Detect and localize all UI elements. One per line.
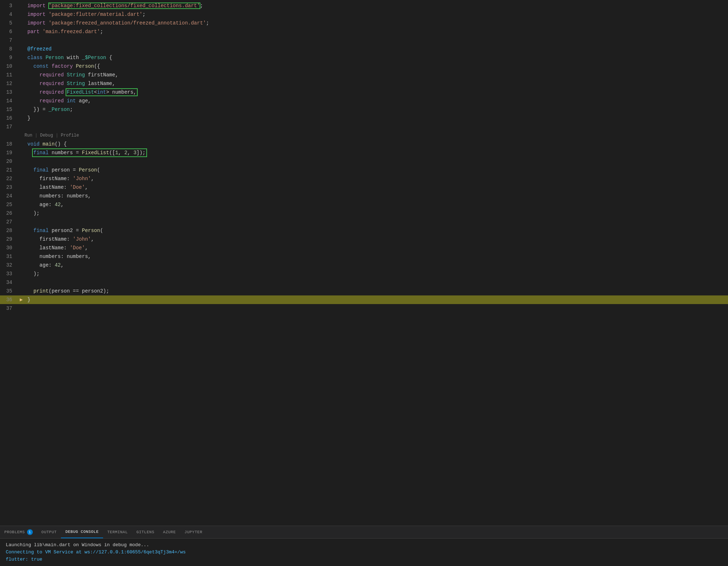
tab-gitlens[interactable]: GITLENS (132, 526, 159, 538)
panel-tabs: PROBLEMS 1 OUTPUT DEBUG CONSOLE TERMINAL… (0, 526, 728, 539)
line-content-4: import 'package:flutter/material.dart'; (25, 10, 728, 19)
tab-debug-console[interactable]: DEBUG CONSOLE (61, 526, 103, 538)
line-content-3: import 'package:fixed_collections/fixed_… (25, 1, 728, 10)
tab-output-label: OUTPUT (41, 530, 57, 534)
line-num-7: 7 (0, 36, 18, 45)
line-content-28: final person2 = Person( (25, 226, 728, 235)
code-line-32: 32 age: 42, (0, 261, 728, 269)
line-content-12: required String lastName, (25, 79, 728, 88)
tab-azure-label: AZURE (163, 530, 176, 534)
tab-jupyter-label: JUPYTER (185, 530, 203, 534)
line-content-6: part 'main.freezed.dart'; (25, 27, 728, 36)
line-num-25: 25 (0, 200, 18, 209)
line-num-14: 14 (0, 97, 18, 105)
debug-link[interactable]: Debug (40, 133, 53, 138)
line-num-30: 30 (0, 244, 18, 252)
code-area: 3 import 'package:fixed_collections/fixe… (0, 0, 728, 526)
line-num-29: 29 (0, 235, 18, 244)
line-content-13: required FixedList<int> numbers, (25, 88, 728, 97)
code-line-30: 30 lastName: 'Doe', (0, 244, 728, 252)
line-content-25: age: 42, (25, 200, 728, 209)
line-content-10: const factory Person({ (25, 62, 728, 71)
line-num-17: 17 (0, 122, 18, 131)
line-num-24: 24 (0, 192, 18, 200)
run-debug-bar[interactable]: Run | Debug | Profile (0, 131, 728, 140)
code-line-9: 9 class Person with _$Person { (0, 53, 728, 62)
output-line-3: flutter: true (6, 556, 722, 563)
line-content-32: age: 42, (25, 261, 728, 269)
tab-output[interactable]: OUTPUT (37, 526, 61, 538)
code-line-13: 13 required FixedList<int> numbers, (0, 88, 728, 97)
code-line-10: 10 const factory Person({ (0, 62, 728, 71)
tab-terminal[interactable]: TERMINAL (103, 526, 132, 538)
line-content-8: @freezed (25, 45, 728, 53)
line-num-34: 34 (0, 278, 18, 287)
tab-gitlens-label: GITLENS (137, 530, 155, 534)
tab-problems[interactable]: PROBLEMS 1 (0, 526, 37, 538)
code-line-34: 34 (0, 278, 728, 287)
line-num-21: 21 (0, 166, 18, 174)
code-line-14: 14 required int age, (0, 97, 728, 105)
line-num-23: 23 (0, 183, 18, 192)
line-num-11: 11 (0, 71, 18, 79)
code-line-17: 17 (0, 122, 728, 131)
line-content-23: lastName: 'Doe', (25, 183, 728, 192)
code-line-24: 24 numbers: numbers, (0, 192, 728, 200)
line-num-12: 12 (0, 79, 18, 88)
line-num-3: 3 (0, 1, 18, 10)
line-num-37: 37 (0, 304, 18, 313)
line-content-22: firstName: 'John', (25, 174, 728, 183)
line-num-33: 33 (0, 269, 18, 278)
line-num-26: 26 (0, 209, 18, 218)
line-num-28: 28 (0, 226, 18, 235)
line-content-9: class Person with _$Person { (25, 53, 728, 62)
line-content-36: } (25, 295, 728, 304)
line-num-32: 32 (0, 261, 18, 269)
line-num-35: 35 (0, 287, 18, 295)
code-line-11: 11 required String firstName, (0, 71, 728, 79)
line-content-31: numbers: numbers, (25, 252, 728, 261)
code-line-37: 37 (0, 304, 728, 313)
output-line-2: Connecting to VM Service at ws://127.0.0… (6, 549, 722, 556)
tab-problems-label: PROBLEMS (4, 530, 25, 534)
code-line-28: 28 final person2 = Person( (0, 226, 728, 235)
run-link[interactable]: Run (25, 133, 32, 138)
line-content-35: print(person == person2); (25, 287, 728, 295)
line-content-11: required String firstName, (25, 71, 728, 79)
code-line-8: 8 @freezed (0, 45, 728, 53)
line-num-36: 36 (0, 295, 18, 304)
line-num-4: 4 (0, 10, 18, 19)
code-line-27: 27 (0, 218, 728, 226)
line-num-31: 31 (0, 252, 18, 261)
code-line-33: 33 ); (0, 269, 728, 278)
line-indicator-36: ▶ (18, 295, 25, 304)
line-num-19: 19 (0, 148, 18, 157)
line-num-20: 20 (0, 157, 18, 166)
code-line-15: 15 }) = _Person; (0, 105, 728, 114)
code-line-31: 31 numbers: numbers, (0, 252, 728, 261)
line-num-9: 9 (0, 53, 18, 62)
line-num-22: 22 (0, 174, 18, 183)
code-line-7: 7 (0, 36, 728, 45)
line-content-5: import 'package:freezed_annotation/freez… (25, 19, 728, 27)
code-line-12: 12 required String lastName, (0, 79, 728, 88)
line-content-33: ); (25, 269, 728, 278)
line-content-15: }) = _Person; (25, 105, 728, 114)
code-line-3: 3 import 'package:fixed_collections/fixe… (0, 1, 728, 10)
code-line-26: 26 ); (0, 209, 728, 218)
profile-link[interactable]: Profile (61, 133, 79, 138)
line-content-16: } (25, 114, 728, 122)
tab-debug-console-label: DEBUG CONSOLE (65, 530, 98, 534)
line-content-24: numbers: numbers, (25, 192, 728, 200)
line-num-13: 13 (0, 88, 18, 97)
code-line-23: 23 lastName: 'Doe', (0, 183, 728, 192)
panel-output-area: Launching lib\main.dart on Windows in de… (0, 539, 728, 566)
code-line-5: 5 import 'package:freezed_annotation/fre… (0, 19, 728, 27)
code-line-18: 18 void main() { (0, 140, 728, 148)
tab-azure[interactable]: AZURE (159, 526, 180, 538)
line-content-29: firstName: 'John', (25, 235, 728, 244)
bottom-panel: PROBLEMS 1 OUTPUT DEBUG CONSOLE TERMINAL… (0, 526, 728, 566)
tab-jupyter[interactable]: JUPYTER (180, 526, 207, 538)
line-content-30: lastName: 'Doe', (25, 244, 728, 252)
line-content-14: required int age, (25, 97, 728, 105)
